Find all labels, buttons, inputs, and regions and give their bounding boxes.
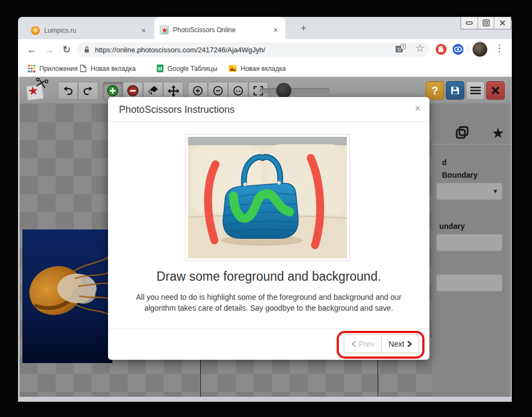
help-button[interactable]: ? [426, 81, 444, 100]
tab-lumpics[interactable]: Lumpics.ru × [26, 21, 153, 39]
clipboard-tab-icon[interactable] [455, 125, 470, 142]
new-tab-button[interactable]: + [297, 22, 309, 34]
close-editor-button[interactable] [486, 81, 505, 100]
modal-footer-divider [108, 329, 429, 329]
page-icon [80, 64, 87, 72]
redo-button[interactable] [78, 82, 98, 100]
apps-grid-icon [28, 65, 35, 72]
reload-icon[interactable]: ↻ [59, 43, 74, 57]
bookmark-label: Приложения [39, 65, 77, 72]
image-icon [229, 65, 237, 72]
instructions-modal: PhotoScissors Instructions × [108, 97, 429, 360]
back-icon[interactable]: ← [25, 43, 39, 57]
tutorial-image-frame [185, 134, 350, 261]
brush-size-slider-track[interactable] [260, 88, 330, 93]
boundary-select[interactable]: ▾ [436, 183, 503, 200]
browser-menu-icon[interactable]: ⋮ [494, 43, 505, 54]
modal-body-text: All you need to do is highlight some of … [121, 292, 416, 313]
modal-nav-buttons: Prev Next [344, 334, 419, 353]
jellyfish-image [22, 229, 112, 363]
modal-header-divider [108, 122, 429, 122]
screen: Lumpics.ru × PhotoScissors Online × + [0, 0, 532, 417]
chevron-right-icon [407, 341, 412, 347]
tab-close-icon[interactable]: × [139, 26, 148, 35]
translate-icon[interactable]: G [394, 43, 407, 57]
bookmark-apps[interactable]: Приложения [28, 63, 77, 74]
modal-title: PhotoScissors Instructions [119, 104, 235, 116]
prev-label: Prev [359, 340, 375, 348]
modal-heading: Draw some foreground and background. [108, 269, 429, 284]
dropdown-caret-icon: ▾ [493, 187, 497, 195]
next-button[interactable]: Next [381, 334, 419, 353]
tab-strip: Lumpics.ru × PhotoScissors Online × + [18, 17, 512, 39]
options-sidebar: ★ d Boundary ▾ undary [432, 104, 511, 397]
close-window-button[interactable] [494, 17, 511, 29]
bookmark-new-tab[interactable]: Новая вкладка [80, 63, 136, 74]
favorites-tab-icon[interactable]: ★ [492, 125, 504, 142]
window-bottom-edge [18, 397, 512, 402]
address-bar: ← → ↻ https://online.photoscissors.com/2… [18, 39, 512, 60]
omnibox[interactable]: https://online.photoscissors.com/2417246… [77, 43, 429, 57]
svg-text:1:1: 1:1 [236, 89, 241, 93]
sidebar-tabs-underline [432, 144, 511, 144]
bookmark-star-icon[interactable]: ☆ [415, 42, 425, 55]
tab-label: Lumpics.ru [44, 27, 135, 34]
save-button[interactable] [446, 81, 464, 100]
photoscissors-logo: ★ [25, 78, 50, 102]
offset-boundary-input[interactable] [436, 274, 503, 292]
window-controls [461, 17, 511, 29]
smooth-boundary-input[interactable] [436, 234, 503, 251]
tab-label: PhotoScissors Online [173, 26, 267, 34]
background-label-fragment: d [442, 158, 447, 167]
menu-button[interactable] [466, 81, 485, 100]
svg-text:G: G [397, 47, 401, 52]
chevron-left-icon [351, 341, 356, 347]
toolbar-divider [467, 44, 468, 54]
bookmark-google-sheets[interactable]: Google Таблицы [157, 63, 217, 74]
bookmark-label: Новая вкладка [241, 65, 286, 72]
tab-photoscissors[interactable]: PhotoScissors Online × [154, 17, 285, 39]
vpn-extension-icon[interactable] [452, 43, 464, 58]
brush-size-slider-knob[interactable] [276, 83, 291, 98]
tab-close-icon[interactable]: × [271, 26, 280, 34]
bookmark-label: Новая вкладка [91, 65, 136, 72]
lock-icon [83, 46, 90, 53]
modal-close-icon[interactable]: × [415, 102, 421, 114]
adblock-extension-icon[interactable] [435, 43, 447, 58]
bookmark-new-tab-2[interactable]: Новая вкладка [229, 63, 286, 74]
minimize-button[interactable] [461, 17, 478, 29]
url-text: https://online.photoscissors.com/2417246… [95, 46, 265, 54]
lumpics-favicon-icon [31, 26, 40, 35]
boundary-label-fragment: Boundary [442, 171, 477, 179]
maximize-button[interactable] [478, 17, 495, 29]
bookmark-label: Google Таблицы [168, 65, 217, 72]
forward-icon[interactable]: → [42, 43, 56, 57]
smooth-boundary-label-fragment: undary [439, 222, 465, 231]
prev-button[interactable]: Prev [344, 334, 381, 353]
bookmarks-bar: Приложения Новая вкладка Google Таблицы … [18, 60, 512, 77]
undo-button[interactable] [58, 82, 78, 100]
next-label: Next [388, 340, 404, 348]
profile-avatar[interactable] [473, 42, 487, 57]
tutorial-handbag-image [188, 137, 347, 258]
photoscissors-favicon-icon [160, 26, 169, 34]
sheets-icon [157, 64, 164, 72]
